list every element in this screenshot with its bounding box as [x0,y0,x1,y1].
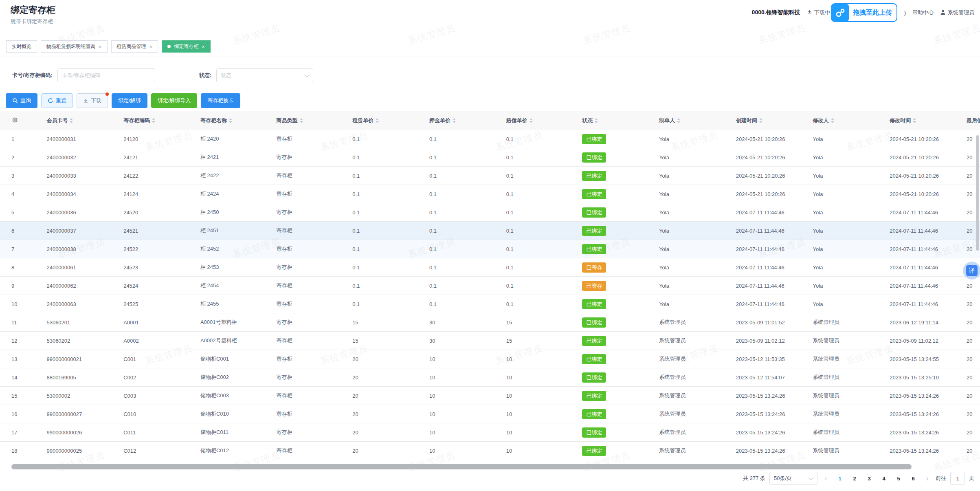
column-header[interactable]: 押金单价 [429,111,506,130]
table-row[interactable]: 1153060201A0001A0001号塑料柜寄存柜153015已绑定系统管理… [0,313,980,332]
bind-unbind-button[interactable]: 绑定/解绑 [112,93,147,108]
tab-rental-damage-detail[interactable]: 物品租赁损坏明细查询 × [41,40,108,53]
table-row[interactable]: 5240000003624520柜 2450寄存柜0.10.10.1已绑定Yol… [0,203,980,222]
table-row[interactable]: 10240000006324525柜 2455寄存柜0.10.10.1已绑定Yo… [0,295,980,313]
download-button[interactable]: 下载 [77,93,108,108]
card-code-input[interactable] [57,68,155,82]
translate-fab[interactable]: 译 [963,262,980,280]
cell: 24525 [123,295,200,313]
close-icon[interactable]: × [149,44,153,49]
sort-caret-icon[interactable] [831,118,834,123]
status-badge: 已绑定 [582,171,606,181]
tab-realtime-overview[interactable]: 实时概览 [6,40,37,53]
sort-caret-icon[interactable] [376,118,379,123]
column-header[interactable]: 修改人 [813,111,890,130]
prev-page-button[interactable]: ‹ [822,474,831,483]
column-header[interactable]: 赔偿单价 [506,111,582,130]
table-row[interactable]: 148800169005C002储物柜C002寄存柜201010已绑定系统管理员… [0,368,980,387]
column-header[interactable]: 最后使用时间 [967,111,980,130]
page-number-5[interactable]: 5 [893,472,904,485]
status-badge: 已绑定 [582,427,606,438]
table-row[interactable]: 16990000000027C010储物柜C010寄存柜201010已绑定系统管… [0,405,980,423]
horizontal-scrollbar[interactable] [11,464,912,469]
cell: 2400000037 [46,222,123,240]
drag-upload-widget[interactable]: 拖拽至此上传 [831,3,897,22]
bind-import-button[interactable]: 绑定/解绑导入 [151,93,198,108]
cell: 53060201 [46,313,123,332]
column-header[interactable]: 会员卡号 [46,111,123,130]
tab-bind-locker[interactable]: 绑定寄存柜 × [162,40,211,53]
close-icon[interactable]: × [99,44,102,49]
sort-caret-icon[interactable] [70,118,73,123]
status-select[interactable]: 状态 [216,68,313,82]
sort-caret-icon[interactable] [229,118,232,123]
cell: 柜 2453 [200,258,277,277]
table-row[interactable]: 1240000003124120柜 2420寄存柜0.10.10.1已绑定Yol… [0,130,980,148]
user-menu[interactable]: 系统管理员 [940,9,974,16]
goto-page-input[interactable] [950,472,965,485]
column-header[interactable]: 修改时间 [890,111,967,130]
cell: 系统管理员 [659,442,736,458]
status-badge: 已绑定 [582,317,606,328]
table-row[interactable]: 2240000003224121柜 2421寄存柜0.10.10.1已绑定Yol… [0,148,980,167]
table-row[interactable]: 7240000003824522柜 2452寄存柜0.10.10.1已绑定Yol… [0,240,980,258]
page-number-4[interactable]: 4 [879,472,889,485]
column-header[interactable]: 制单人 [659,111,736,130]
cell: 储物柜C012 [200,442,277,458]
column-header[interactable]: 寄存柜名称 [200,111,277,130]
table-row[interactable]: 1253060202A0002A0002号塑料柜寄存柜153015已绑定系统管理… [0,332,980,350]
cell: 2023-05-09 11:02:12 [890,332,967,350]
table-row[interactable]: 1553000002C003储物柜C003寄存柜201010已绑定系统管理员20… [0,387,980,405]
sort-caret-icon[interactable] [530,118,533,123]
cell: 0.1 [429,148,506,167]
cell: 系统管理员 [813,313,890,332]
query-button[interactable]: 查询 [6,93,37,108]
column-settings-icon[interactable] [0,111,46,130]
table-row[interactable]: 13990000000021C001储物柜C001寄存柜201010已绑定系统管… [0,350,980,368]
sort-caret-icon[interactable] [152,118,155,123]
vertical-scrollbar[interactable] [976,135,979,251]
translate-icon: 译 [966,265,978,276]
table-row[interactable]: 8240000006124523柜 2453寄存柜0.10.10.1已寄存Yol… [0,258,980,277]
page-number-2[interactable]: 2 [849,472,860,485]
chevron-down-icon [304,72,310,77]
table-row[interactable]: 17990000000026C011储物柜C011寄存柜201010已绑定系统管… [0,423,980,442]
download-center-link[interactable]: 下载中 [807,9,830,16]
locker-change-card-button[interactable]: 寄存柜换卡 [201,93,240,108]
sort-caret-icon[interactable] [677,118,680,123]
status-badge: 已绑定 [582,409,606,419]
next-page-button[interactable]: › [923,474,932,483]
reset-button[interactable]: 重置 [41,93,73,108]
status-cell: 已绑定 [582,332,659,350]
sort-caret-icon[interactable] [595,118,598,123]
cell: 2023-05-15 13:24:26 [736,387,813,405]
column-header[interactable]: 状态 [582,111,659,130]
sort-caret-icon[interactable] [759,118,762,123]
tab-rental-goods-mgmt[interactable]: 租赁商品管理 × [111,40,158,53]
cell: 10 [506,405,582,423]
page-number-1[interactable]: 1 [835,472,845,485]
table-row[interactable]: 9240000006224524柜 2454寄存柜0.10.10.1已寄存Yol… [0,277,980,295]
page-size-select[interactable]: 50条/页 [769,472,817,485]
table-row[interactable]: 4240000003424124柜 2424寄存柜0.10.10.1已绑定Yol… [0,185,980,203]
help-center-link[interactable]: 帮助中心 [912,9,934,16]
table-row[interactable]: 6240000003724521柜 2451寄存柜0.10.10.1已绑定Yol… [0,222,980,240]
page-number-3[interactable]: 3 [864,472,875,485]
column-header[interactable]: 创建时间 [736,111,813,130]
column-header[interactable]: 寄存柜编码 [123,111,200,130]
column-header[interactable]: 商品类型 [277,111,353,130]
sort-caret-icon[interactable] [913,118,916,123]
page-number-6[interactable]: 6 [908,472,918,485]
column-header[interactable]: 租赁单价 [352,111,429,130]
sort-caret-icon[interactable] [300,118,303,123]
cell: 2024-07-11 11:44:46 [890,240,967,258]
cell: 24121 [123,148,200,167]
sort-caret-icon[interactable] [453,118,456,123]
cell: C011 [123,423,200,442]
cell: 20 [352,387,429,405]
cell: 寄存柜 [277,332,353,350]
drag-upload-label: 拖拽至此上传 [853,9,892,17]
table-row[interactable]: 18990000000025C012储物柜C012寄存柜201010已绑定系统管… [0,442,980,458]
table-row[interactable]: 3240000003324122柜 2422寄存柜0.10.10.1已绑定Yol… [0,167,980,185]
close-icon[interactable]: × [202,44,205,49]
